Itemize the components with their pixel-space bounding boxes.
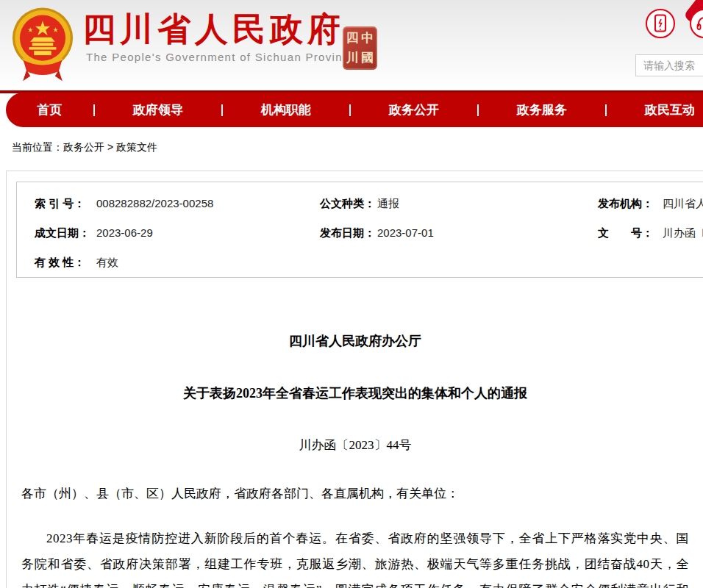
seal-char: 國 bbox=[361, 49, 374, 67]
search-input[interactable] bbox=[635, 54, 703, 76]
site-subtitle: The People's Government of Sichuan Provi… bbox=[86, 51, 356, 63]
document-salutation: 各市（州）、县（市、区）人民政府，省政府各部门、各直属机构，有关单位： bbox=[21, 486, 689, 502]
document-panel: 索 引 号： 008282882/2023-00258 公文种类： 通报 发布机… bbox=[6, 171, 703, 588]
meta-value-index-number: 008282882/2023-00258 bbox=[96, 197, 213, 209]
meta-value-validity: 有效 bbox=[96, 256, 118, 270]
meta-label-publish-date: 发布日期： bbox=[320, 226, 375, 240]
sichuan-china-seal-icon: 中 四 國 川 bbox=[343, 26, 377, 70]
nav-item-home[interactable]: 首页 bbox=[6, 101, 93, 118]
nav-item-government-affairs-disclosure[interactable]: 政务公开 bbox=[351, 101, 477, 118]
nav-item-public-interaction[interactable]: 政民互动 bbox=[607, 101, 703, 118]
breadcrumb[interactable]: 当前位置：政务公开 > 政策文件 bbox=[12, 141, 157, 154]
document-paragraph: 2023年春运是疫情防控进入新阶段后的首个春运。在省委、省政府的坚强领导下，全省… bbox=[21, 526, 689, 588]
meta-label-index-number: 索 引 号： bbox=[35, 197, 85, 211]
meta-value-written-date: 2023-06-29 bbox=[96, 226, 153, 239]
nav-item-government-services[interactable]: 政务服务 bbox=[479, 101, 605, 118]
metadata-row: 有 效 性： 有效 bbox=[17, 248, 703, 278]
meta-value-document-number: 川办函〔 bbox=[663, 226, 703, 240]
document-number: 川办函〔2023〕44号 bbox=[21, 437, 689, 453]
seal-char: 中 bbox=[361, 29, 374, 47]
document-issuing-org: 四川省人民政府办公厅 bbox=[21, 332, 689, 350]
metadata-row: 索 引 号： 008282882/2023-00258 公文种类： 通报 发布机… bbox=[17, 190, 703, 219]
meta-value-issuing-agency: 四川省人 bbox=[663, 197, 703, 211]
site-header: 四川省人民政府 The People's Government of Sichu… bbox=[0, 0, 703, 90]
seal-char: 四 bbox=[346, 29, 359, 47]
document-title: 关于表扬2023年全省春运工作表现突出的集体和个人的通报 bbox=[21, 384, 689, 402]
metadata-row: 成文日期： 2023-06-29 发布日期： 2023-07-01 文 号： 川… bbox=[17, 219, 703, 248]
nav-item-government-leaders[interactable]: 政府领导 bbox=[95, 101, 221, 118]
nav-item-institutional-functions[interactable]: 机构职能 bbox=[223, 101, 349, 118]
page: 四川省人民政府 The People's Government of Sichu… bbox=[0, 0, 703, 588]
main-nav: 首页 政府领导 机构职能 政务公开 政务服务 政民互动 bbox=[6, 93, 703, 127]
meta-label-document-type: 公文种类： bbox=[320, 197, 375, 211]
mobile-version-button[interactable] bbox=[646, 9, 675, 38]
mobile-phone-icon bbox=[653, 14, 668, 33]
meta-label-issuing-agency: 发布机构： bbox=[598, 197, 653, 211]
seal-char: 川 bbox=[346, 49, 359, 67]
site-title: 四川省人民政府 bbox=[82, 7, 345, 51]
document-metadata-table: 索 引 号： 008282882/2023-00258 公文种类： 通报 发布机… bbox=[16, 182, 703, 278]
document-body: 四川省人民政府办公厅 关于表扬2023年全省春运工作表现突出的集体和个人的通报 … bbox=[21, 332, 689, 588]
meta-label-written-date: 成文日期： bbox=[35, 226, 90, 240]
national-emblem-icon bbox=[12, 6, 74, 82]
meta-label-validity: 有 效 性： bbox=[35, 256, 85, 270]
meta-value-publish-date: 2023-07-01 bbox=[377, 226, 434, 239]
meta-value-document-type: 通报 bbox=[377, 197, 399, 211]
meta-label-document-number: 文 号： bbox=[598, 226, 653, 240]
headset-icon bbox=[696, 15, 703, 32]
